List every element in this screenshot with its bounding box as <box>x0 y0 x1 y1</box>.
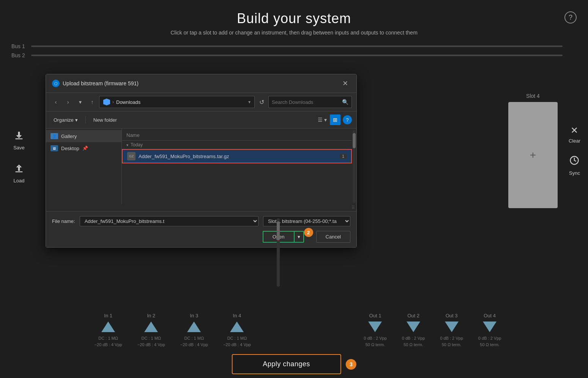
input-4: In 4 DC : 1 MΩ −20 dB : 4 Vpp <box>223 313 251 348</box>
filename-label: File name: <box>52 218 75 224</box>
bus-label-1: Bus 1 <box>11 43 27 49</box>
sync-label: Sync <box>569 170 580 176</box>
clear-label: Clear <box>569 138 580 144</box>
toolbar-right: ☰ ▾ ⊞ ? <box>317 114 352 125</box>
input-1-specs: DC : 1 MΩ −20 dB : 4 Vpp <box>95 335 122 348</box>
page-header: Build your system Click or tap a slot to… <box>0 0 588 39</box>
file-dialog: ⬡ Upload bitstream (firmware 591) ✕ ‹ › … <box>46 74 357 248</box>
page-title: Build your system <box>0 11 588 27</box>
path-dropdown-button[interactable]: ▾ <box>248 99 251 105</box>
input-3-triangle[interactable] <box>187 322 201 332</box>
view-tile-button[interactable]: ⊞ <box>330 114 341 125</box>
clear-button[interactable]: ✕ Clear <box>569 125 580 144</box>
dialog-close-button[interactable]: ✕ <box>340 78 350 89</box>
file-browser: 👤 Gallery 🖥 Desktop 📌 <box>46 129 356 204</box>
search-input[interactable] <box>272 99 340 105</box>
desktop-label: Desktop <box>61 146 79 151</box>
collapse-icon[interactable]: ▾ <box>126 143 128 147</box>
input-1-triangle[interactable] <box>101 322 115 332</box>
file-name-0: Adder_fw591_MokuPro_bitstreams.tar.gz <box>139 154 229 159</box>
load-button[interactable]: Load <box>12 162 26 184</box>
file-list: Name ▾ Today GZ Adder_fw591_MokuPro_bits… <box>122 129 352 204</box>
nav-up-button[interactable]: ↑ <box>87 97 98 107</box>
input-2-label: In 2 <box>147 313 155 318</box>
io-section: In 1 DC : 1 MΩ −20 dB : 4 Vpp In 2 DC : … <box>38 313 558 348</box>
path-text: Downloads <box>116 99 246 105</box>
slot4-box[interactable]: + <box>508 102 558 208</box>
file-list-scrollbar[interactable] <box>353 130 356 203</box>
left-sidebar: Save Load <box>0 125 38 184</box>
gallery-label: Gallery <box>61 133 77 139</box>
open-dropdown-button[interactable]: ▾ <box>294 231 304 243</box>
output-4-label: Out 4 <box>484 313 496 318</box>
apply-section: Apply changes 3 <box>232 354 356 374</box>
input-3-specs: DC : 1 MΩ −20 dB : 4 Vpp <box>180 335 208 348</box>
dialog-bottom: File name: Adder_fw591_MokuPro_bitstream… <box>46 211 356 247</box>
cancel-button[interactable]: Cancel <box>316 231 350 243</box>
dialog-title-text: Upload bitstream (firmware 591) <box>63 80 139 86</box>
sync-button[interactable]: Sync <box>569 155 580 176</box>
save-button[interactable]: Save <box>12 129 26 151</box>
sidebar-item-gallery[interactable]: 👤 Gallery <box>46 130 121 142</box>
step3-badge: 3 <box>346 359 356 370</box>
pin-icon: 📌 <box>82 146 88 151</box>
view-list-button[interactable]: ☰ ▾ <box>317 114 328 125</box>
input-2-triangle[interactable] <box>144 322 158 332</box>
slot4-plus: + <box>530 149 536 161</box>
file-group-today: ▾ Today <box>122 141 352 149</box>
svg-rect-1 <box>16 171 23 172</box>
path-bar: › Downloads ▾ <box>99 96 255 108</box>
help-button[interactable]: ? <box>564 11 577 24</box>
svg-rect-0 <box>16 138 23 139</box>
file-item-0[interactable]: GZ Adder_fw591_MokuPro_bitstreams.tar.gz… <box>122 149 352 163</box>
output-3-triangle[interactable] <box>445 322 459 332</box>
output-2-triangle[interactable] <box>407 322 420 332</box>
toolbar-separator <box>85 116 86 124</box>
output-3-label: Out 3 <box>446 313 458 318</box>
buses-section: Bus 1 Bus 2 <box>0 39 588 58</box>
dialog-logo-icon: ⬡ <box>52 80 60 87</box>
sidebar-item-desktop[interactable]: 🖥 Desktop 📌 <box>46 142 121 154</box>
organize-button[interactable]: Organize ▾ <box>50 116 81 124</box>
outputs-group: Out 1 0 dB : 2 Vpp 50 Ω term. Out 2 0 dB… <box>364 313 501 348</box>
input-4-label: In 4 <box>233 313 241 318</box>
organize-label: Organize <box>54 117 74 123</box>
group-today-label: Today <box>131 142 143 147</box>
right-sidebar: ✕ Clear Sync <box>569 125 580 176</box>
nav-forward-button[interactable]: › <box>63 97 73 107</box>
sync-icon <box>569 155 580 168</box>
slot4-label: Slot 4 <box>526 93 540 99</box>
downloads-folder-icon <box>103 99 110 105</box>
output-2-label: Out 2 <box>407 313 419 318</box>
nav-bar: ‹ › ▾ ↑ › Downloads ▾ ↺ 🔍 <box>46 93 356 111</box>
output-4-triangle[interactable] <box>483 322 497 332</box>
output-3-specs: 0 dB : 2 Vpp 50 Ω term. <box>440 335 463 348</box>
resize-handle[interactable]: ⠿ <box>46 204 356 211</box>
dialog-title-group: ⬡ Upload bitstream (firmware 591) <box>52 80 139 87</box>
load-icon <box>12 162 26 176</box>
apply-changes-button[interactable]: Apply changes <box>232 354 341 374</box>
dialog-actions: Open ▾ 2 Cancel <box>52 231 350 243</box>
nav-back-button[interactable]: ‹ <box>50 97 61 107</box>
filename-input[interactable]: Adder_fw591_MokuPro_bitstreams.t <box>80 216 259 226</box>
nav-history-button[interactable]: ▾ <box>75 97 85 107</box>
toolbar-help-button[interactable]: ? <box>343 115 352 124</box>
output-4-specs: 0 dB : 2 Vpp 50 Ω term. <box>478 335 501 348</box>
nav-refresh-button[interactable]: ↺ <box>256 97 267 107</box>
new-folder-button[interactable]: New folder <box>90 116 120 124</box>
desktop-folder-icon: 🖥 <box>50 145 58 151</box>
filetype-select[interactable]: Slot 1 bitstream (04-255-00;*.ta <box>263 216 350 226</box>
input-4-triangle[interactable] <box>230 322 244 332</box>
file-toolbar: Organize ▾ New folder ☰ ▾ ⊞ ? <box>46 111 356 129</box>
output-1-triangle[interactable] <box>368 322 382 332</box>
file-list-scrollbar-thumb[interactable] <box>353 133 356 148</box>
bus-row-1: Bus 1 <box>11 43 588 49</box>
output-1-label: Out 1 <box>369 313 381 318</box>
search-button[interactable]: 🔍 <box>342 99 348 105</box>
step2-badge: 2 <box>304 228 313 237</box>
open-button-group: Open ▾ <box>263 231 304 243</box>
load-label: Load <box>14 178 25 184</box>
file-header: Name <box>122 130 352 141</box>
output-2: Out 2 0 dB : 2 Vpp 50 Ω term. <box>402 313 425 348</box>
path-separator: › <box>112 99 114 105</box>
